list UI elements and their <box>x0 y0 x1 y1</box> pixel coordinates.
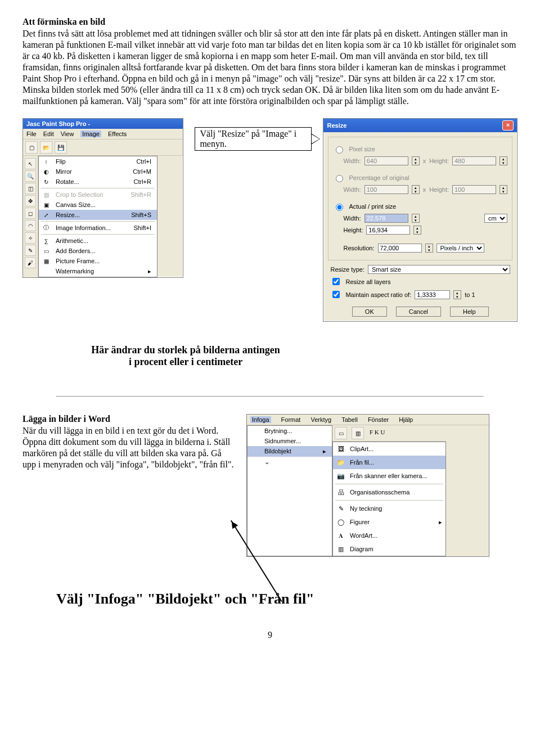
tool-move-icon[interactable]: ✥ <box>25 195 36 206</box>
word-submenu-item[interactable]: 𝐀WordArt... <box>333 529 446 542</box>
word-menu-item[interactable]: Bildobjekt▸ <box>248 446 332 457</box>
tool-lasso-icon[interactable]: ◠ <box>25 220 36 231</box>
word-menu-infoga[interactable]: Infoga <box>250 416 271 423</box>
word-menu-item[interactable]: Brytning... <box>248 426 332 436</box>
submenu-item-icon: 🖼 <box>336 444 345 453</box>
psp-menu-item[interactable]: ▣Canvas Size... <box>39 200 157 210</box>
tool-zoom-icon[interactable]: 🔍 <box>25 170 36 182</box>
word-submenu-item[interactable]: 📷Från skanner eller kamera... <box>333 469 446 483</box>
select-resize-type[interactable]: Smart size <box>368 265 510 274</box>
resize-group-main: Pixel size Width: ▴▾ x Height: ▴▾ Percen… <box>328 137 512 260</box>
radio-pixel-size[interactable] <box>336 146 343 154</box>
callout-size-change: Här ändrar du storlek på bilderna anting… <box>90 344 281 368</box>
tool-brush-icon[interactable]: 🖌 <box>25 257 36 268</box>
radio-percentage[interactable] <box>336 175 343 182</box>
psp-menu-item[interactable]: ▦Picture Frame... <box>39 256 157 266</box>
label-height-2: Height: <box>429 186 449 193</box>
tool-wand-icon[interactable]: ✧ <box>25 232 36 244</box>
spinner-icon[interactable]: ▴▾ <box>453 290 461 299</box>
tool-crop-icon[interactable]: ◫ <box>25 183 36 194</box>
psp-menu-item[interactable]: ▧Crop to SelectionShift+R <box>39 190 157 200</box>
psp-toolbar: ▢ 📂 💾 <box>23 140 183 156</box>
close-icon[interactable]: × <box>502 120 514 130</box>
word-bildobjekt-submenu[interactable]: 🖼ClipArt...📁Från fil...📷Från skanner ell… <box>332 442 446 556</box>
word-menu-item[interactable]: Sidnummer... <box>248 436 332 446</box>
psp-image-dropdown[interactable]: ↕FlipCtrl+I◐MirrorCtrl+M↻Rotate...Ctrl+R… <box>38 156 158 277</box>
psp-menu-file[interactable]: File <box>26 130 37 137</box>
spinner-icon[interactable]: ▴▾ <box>500 156 507 165</box>
word-window: Infoga Format Verktyg Tabell Fönster Hjä… <box>246 414 489 557</box>
submenu-item-icon: ✎ <box>336 504 345 513</box>
input-actual-width[interactable] <box>364 214 408 223</box>
select-resolution-unit[interactable]: Pixels / inch <box>436 244 484 253</box>
input-percent-height[interactable] <box>452 185 496 194</box>
select-unit[interactable]: cm <box>484 214 507 223</box>
psp-menu-item[interactable]: ◐MirrorCtrl+M <box>39 166 157 177</box>
label-height-3: Height: <box>343 227 363 233</box>
ok-button[interactable]: OK <box>352 307 387 317</box>
input-pixel-height[interactable] <box>452 156 496 165</box>
menu-item-icon: ↻ <box>42 178 50 186</box>
spinner-icon[interactable]: ▴▾ <box>412 156 420 165</box>
label-percentage: Percentage of original <box>349 174 409 181</box>
psp-menu-item[interactable]: ∑Arithmetic... <box>39 236 157 246</box>
input-pixel-width[interactable] <box>364 156 408 165</box>
word-menu-format[interactable]: Format <box>281 416 301 423</box>
tb-new-icon[interactable]: ▢ <box>25 141 38 154</box>
word-tb-icon[interactable]: ▭ <box>335 427 347 439</box>
input-resolution[interactable] <box>378 244 422 253</box>
radio-actual-size[interactable] <box>336 204 343 211</box>
spinner-icon[interactable]: ▴▾ <box>425 244 433 253</box>
psp-menu-view[interactable]: View <box>61 130 74 137</box>
word-infoga-dropdown[interactable]: Brytning...Sidnummer...Bildobjekt▸⌄ <box>247 425 332 556</box>
word-submenu-item[interactable]: ▥Diagram <box>333 542 446 556</box>
psp-menu-item[interactable]: ▭Add Borders... <box>39 246 157 256</box>
word-submenu-item[interactable]: 🖼ClipArt... <box>333 442 446 456</box>
tool-arrow-icon[interactable]: ↖ <box>25 158 36 169</box>
input-aspect-ratio[interactable] <box>415 290 450 299</box>
label-height-1: Height: <box>429 158 449 164</box>
tool-dropper-icon[interactable]: ✎ <box>25 245 36 256</box>
word-menu-verktyg[interactable]: Verktyg <box>310 416 331 423</box>
menu-item-icon: ⓘ <box>42 224 50 232</box>
psp-menu-item[interactable]: ⓘImage Information...Shift+I <box>39 223 157 233</box>
psp-menu-image[interactable]: Image <box>80 130 101 137</box>
word-menu-tabell[interactable]: Tabell <box>341 416 358 423</box>
word-menu-item[interactable]: ⌄ <box>248 457 332 467</box>
label-pixel-size: Pixel size <box>349 146 375 152</box>
label-width-2: Width: <box>343 186 361 193</box>
check-aspect-ratio[interactable] <box>332 291 340 298</box>
word-menu-fonster[interactable]: Fönster <box>368 416 389 423</box>
spinner-icon[interactable]: ▴▾ <box>500 185 507 194</box>
psp-menu-item[interactable]: ↕FlipCtrl+I <box>39 156 157 166</box>
psp-menu-item[interactable]: ↻Rotate...Ctrl+R <box>39 177 157 187</box>
word-format-fku[interactable]: F K U <box>368 427 386 439</box>
psp-menu-item[interactable]: Watermarking▸ <box>39 266 157 277</box>
word-menu-hjalp[interactable]: Hjälp <box>399 416 413 423</box>
resize-title: Resize <box>327 122 346 129</box>
psp-menu-edit[interactable]: Edit <box>43 130 54 137</box>
tool-select-icon[interactable]: ◻ <box>25 208 36 219</box>
word-menubar[interactable]: Infoga Format Verktyg Tabell Fönster Hjä… <box>247 415 489 425</box>
word-submenu-item[interactable]: ✎Ny teckning <box>333 502 446 515</box>
psp-menu-item[interactable]: ⤢Resize...Shift+S <box>39 210 157 220</box>
spinner-icon[interactable]: ▴▾ <box>412 185 420 194</box>
psp-menu-effects[interactable]: Effects <box>108 130 127 137</box>
tb-open-icon[interactable]: 📂 <box>40 141 52 154</box>
input-actual-height[interactable] <box>366 226 410 235</box>
word-submenu-item[interactable]: 📁Från fil... <box>333 456 446 469</box>
psp-titlebar: Jasc Paint Shop Pro - <box>23 119 183 129</box>
word-submenu-item[interactable]: ◯Figurer▸ <box>333 515 446 529</box>
help-button[interactable]: Help <box>450 307 489 317</box>
check-all-layers[interactable] <box>332 278 340 285</box>
label-aspect-ratio: Maintain aspect ratio of: <box>345 291 411 298</box>
psp-menubar[interactable]: File Edit View Image Effects <box>23 129 183 140</box>
word-tb-icon[interactable]: ▥ <box>352 427 364 439</box>
spinner-icon[interactable]: ▴▾ <box>412 214 420 223</box>
word-submenu-item[interactable]: 品Organisationsschema <box>333 485 446 499</box>
input-percent-width[interactable] <box>364 185 408 194</box>
cancel-button[interactable]: Cancel <box>396 307 441 317</box>
label-x-2: x <box>423 186 426 193</box>
spinner-icon[interactable]: ▴▾ <box>413 226 421 235</box>
tb-save-icon[interactable]: 💾 <box>55 141 67 154</box>
